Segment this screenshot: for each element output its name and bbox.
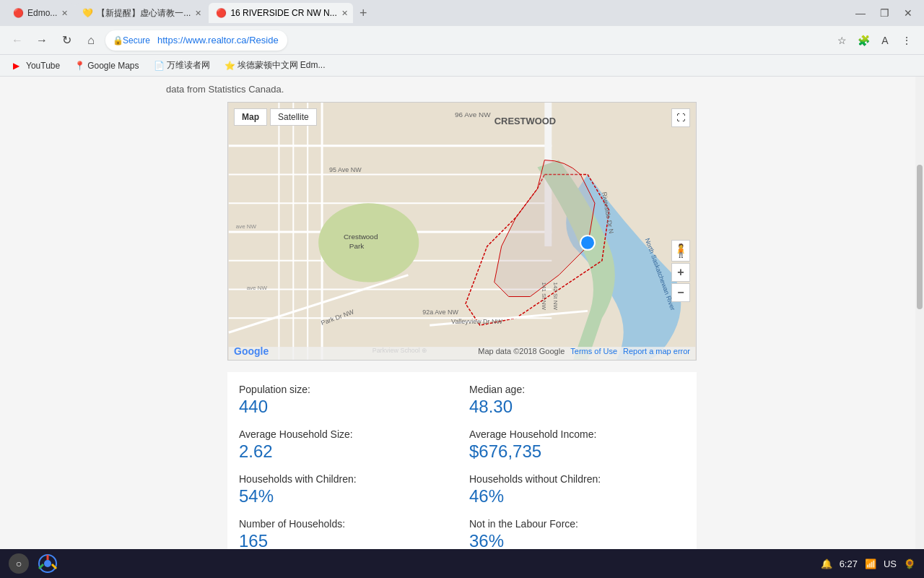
svg-text:Crestwood: Crestwood: [344, 233, 378, 241]
bookmark-wanwei-label: 万维读者网: [167, 59, 210, 72]
main-container: data from Statistics Canada.: [152, 77, 772, 549]
stat-households-with-children-label: Households with Children:: [239, 473, 455, 485]
tab2-favicon: 💛: [82, 8, 92, 18]
svg-text:ave NW: ave NW: [236, 223, 257, 230]
taskbar-circle-button[interactable]: ○: [9, 553, 29, 574]
sunflower-icon: 🌻: [904, 558, 915, 569]
map-footer-links: Map data ©2018 Google Terms of Use Repor…: [478, 347, 690, 355]
map-tab-satellite[interactable]: Satellite: [270, 108, 317, 126]
tab3-title: 16 RIVERSIDE CR NW N...: [230, 8, 336, 18]
svg-text:Park: Park: [349, 242, 364, 250]
bookmark-youtube-label: YouTube: [26, 61, 60, 71]
zoom-out-icon: −: [677, 286, 684, 299]
map-fullscreen-button[interactable]: ⛶: [671, 108, 690, 127]
restore-button[interactable]: ❐: [874, 4, 895, 22]
tab-3[interactable]: 🔴 16 RIVERSIDE CR NW N... ✕: [209, 3, 353, 23]
map-zoom-in-button[interactable]: +: [671, 263, 690, 282]
window-controls: — ❐ ✕: [850, 4, 918, 22]
locale-label: US: [884, 558, 897, 569]
menu-button[interactable]: ⋮: [897, 30, 917, 51]
wanwei-favicon: 📄: [154, 61, 164, 71]
translate-button[interactable]: A: [875, 30, 895, 51]
tab3-close[interactable]: ✕: [341, 9, 348, 18]
tab1-title: Edmo...: [27, 8, 57, 18]
wifi-icon: 📶: [865, 558, 876, 569]
browser-window: 🔴 Edmo... ✕ 💛 【新提醒】虚心请教一... ✕ 🔴 16 RIVER…: [0, 0, 924, 549]
secure-label: Secure: [123, 35, 150, 46]
stat-population-size-label: Population size:: [239, 384, 455, 395]
fullscreen-icon: ⛶: [676, 113, 685, 123]
terms-link[interactable]: Terms of Use: [570, 347, 617, 355]
stats-section: Population size: 440 Median age: 48.30 A…: [227, 372, 697, 549]
refresh-button[interactable]: ↻: [56, 30, 77, 51]
map-section: CRESTWOOD 96 Ave NW 95 Ave NW Crestwood …: [227, 102, 697, 549]
taskbar-right: 🔔 6:27 📶 US 🌻: [821, 558, 915, 569]
map-container[interactable]: CRESTWOOD 96 Ave NW 95 Ave NW Crestwood …: [227, 102, 697, 361]
svg-point-13: [318, 203, 419, 282]
svg-point-35: [44, 560, 51, 567]
map-person-button[interactable]: 🧍: [671, 240, 690, 262]
google-logo: Google: [234, 345, 269, 357]
bookmark-googlemaps[interactable]: 📍 Google Maps: [69, 59, 144, 72]
stat-median-age-label: Median age:: [469, 384, 685, 395]
svg-text:CRESTWOOD: CRESTWOOD: [494, 116, 556, 126]
stat-median-age-value: 48.30: [469, 397, 685, 417]
svg-point-16: [580, 236, 595, 250]
right-scrollbar[interactable]: [915, 77, 924, 549]
stat-median-age: Median age: 48.30: [469, 384, 685, 417]
map-tab-map[interactable]: Map: [234, 108, 267, 126]
map-zoom-controls: 🧍 + −: [671, 240, 690, 302]
zoom-in-icon: +: [677, 266, 684, 279]
map-svg: CRESTWOOD 96 Ave NW 95 Ave NW Crestwood …: [228, 103, 696, 360]
stat-households-without-children: Households without Children: 46%: [469, 473, 685, 506]
youtube-favicon: ▶: [13, 61, 23, 71]
tab-1[interactable]: 🔴 Edmo... ✕: [6, 3, 75, 23]
stat-number-of-households-label: Number of Households:: [239, 518, 455, 530]
home-button[interactable]: ⌂: [81, 30, 101, 51]
bookmark-youtube[interactable]: ▶ YouTube: [7, 59, 66, 72]
bookmark-wanwei[interactable]: 📄 万维读者网: [148, 58, 216, 73]
report-link[interactable]: Report a map error: [623, 347, 690, 355]
tab2-title: 【新提醒】虚心请教一...: [97, 7, 191, 20]
tab-2[interactable]: 💛 【新提醒】虚心请教一... ✕: [75, 3, 209, 23]
svg-text:142 St NW: 142 St NW: [552, 282, 559, 311]
page-content: data from Statistics Canada.: [0, 77, 924, 549]
forward-button[interactable]: →: [32, 30, 52, 51]
stat-households-without-children-label: Households without Children:: [469, 473, 685, 485]
taskbar-chrome-icon[interactable]: [38, 553, 58, 574]
minimize-button[interactable]: —: [850, 4, 871, 22]
bookmark-googlemaps-label: Google Maps: [87, 61, 139, 71]
tab2-close[interactable]: ✕: [195, 9, 201, 18]
stat-not-in-labour-force-value: 36%: [469, 531, 685, 549]
title-bar: 🔴 Edmo... ✕ 💛 【新提醒】虚心请教一... ✕ 🔴 16 RIVER…: [0, 0, 924, 26]
stat-not-in-labour-force: Not in the Labour Force: 36%: [469, 518, 685, 549]
lock-icon: 🔒: [113, 35, 123, 46]
stat-households-with-children: Households with Children: 54%: [239, 473, 455, 506]
stat-avg-household-size-label: Average Household Size:: [239, 428, 455, 440]
taskbar: ○ 🔔 6:27 📶 US 🌻: [0, 549, 924, 578]
person-icon: 🧍: [673, 243, 689, 259]
stat-population-size-value: 440: [239, 397, 455, 417]
scrollbar-thumb[interactable]: [917, 165, 923, 309]
stat-number-of-households-value: 165: [239, 531, 455, 549]
map-footer: Google Map data ©2018 Google Terms of Us…: [228, 342, 696, 360]
edm-favicon: ⭐: [225, 61, 235, 71]
stat-avg-household-income-value: $676,735: [469, 441, 685, 462]
map-zoom-out-button[interactable]: −: [671, 283, 690, 302]
stat-number-of-households: Number of Households: 165: [239, 518, 455, 549]
stats-grid: Population size: 440 Median age: 48.30 A…: [239, 384, 685, 549]
notification-icon[interactable]: 🔔: [821, 558, 832, 569]
svg-text:95 Ave NW: 95 Ave NW: [329, 166, 362, 173]
tab1-close[interactable]: ✕: [61, 9, 68, 18]
bookmark-edm[interactable]: ⭐ 埃德蒙顿中文网 Edm...: [219, 58, 331, 73]
svg-text:96 Ave NW: 96 Ave NW: [455, 111, 491, 118]
svg-text:92a Ave NW: 92a Ave NW: [422, 309, 458, 316]
tab1-favicon: 🔴: [13, 8, 23, 18]
stat-avg-household-income-label: Average Household Income:: [469, 428, 685, 440]
new-tab-button[interactable]: +: [353, 3, 373, 23]
close-button[interactable]: ✕: [898, 4, 918, 22]
bookmark-star-button[interactable]: ☆: [832, 30, 852, 51]
taskbar-time: 6:27: [840, 558, 858, 569]
extensions-button[interactable]: 🧩: [853, 30, 873, 51]
back-button[interactable]: ←: [7, 30, 27, 51]
